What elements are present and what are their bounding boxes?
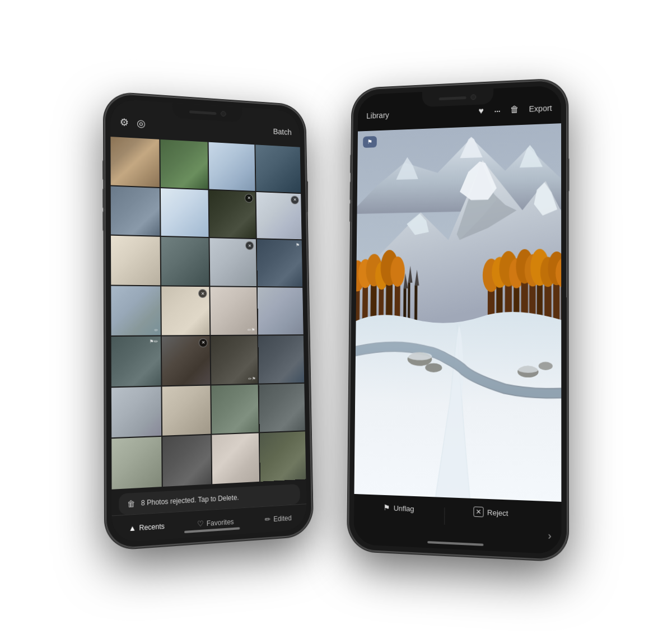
reject-badge: ✕ xyxy=(199,338,208,347)
reject-badge: ✕ xyxy=(198,289,207,298)
header-actions: ♥ ··· 🗑 Export xyxy=(479,102,552,116)
header-icons: ⚙ ◎ xyxy=(120,116,146,130)
grid-cell[interactable] xyxy=(209,142,255,191)
tab-recents-label: Recents xyxy=(139,522,164,532)
photo-grid: ✕ ✕ ✕ ⚑ ✏ xyxy=(110,137,306,490)
edit-badge: ✏ xyxy=(155,328,158,333)
batch-button[interactable]: Batch xyxy=(273,127,292,137)
grid-cell[interactable]: ⚑✏ xyxy=(111,336,161,386)
photo-flag-badge: ⚑ xyxy=(363,136,377,148)
grid-cell[interactable] xyxy=(162,435,211,487)
flag-icon: ⚑ xyxy=(367,138,373,146)
grid-cell[interactable] xyxy=(111,186,160,236)
speaker-right xyxy=(439,96,466,100)
next-button[interactable]: › xyxy=(538,509,562,554)
camera-right xyxy=(470,94,476,100)
export-button[interactable]: Export xyxy=(529,104,552,114)
unflag-button[interactable]: ⚑ Unflag xyxy=(354,502,444,515)
grid-cell[interactable] xyxy=(111,437,162,490)
trash-icon: 🗑 xyxy=(127,498,136,509)
speaker-left xyxy=(189,110,216,115)
grid-cell[interactable]: ✕ xyxy=(209,238,256,286)
recents-icon: ▲ xyxy=(129,524,137,533)
grid-cell[interactable]: ✕ xyxy=(162,336,210,385)
phone-right-screen: Library ♥ ··· 🗑 Export xyxy=(354,85,562,554)
unflag-icon: ⚑ xyxy=(383,503,390,512)
reject-icon: ✕ xyxy=(474,506,484,517)
notch-right xyxy=(422,88,493,107)
tab-recents[interactable]: ▲ Recents xyxy=(129,521,165,533)
detail-bottom-actions: ⚑ Unflag ✕ Reject › xyxy=(354,494,562,554)
grid-cell[interactable] xyxy=(260,432,306,482)
grid-cell[interactable] xyxy=(258,287,304,334)
edit-badge: ✏⚑ xyxy=(248,328,255,333)
more-icon[interactable]: ··· xyxy=(494,105,500,116)
scene: ⚙ ◎ Batch ✕ ✕ xyxy=(0,0,672,634)
tab-edited-label: Edited xyxy=(273,514,292,523)
detail-photo[interactable]: ⚑ xyxy=(354,123,561,502)
settings-icon[interactable]: ⚙ xyxy=(120,116,129,129)
camera-left xyxy=(221,111,226,116)
grid-cell[interactable] xyxy=(255,144,301,193)
phone-right: Library ♥ ··· 🗑 Export xyxy=(348,80,567,561)
grid-cell[interactable] xyxy=(211,384,259,434)
library-label[interactable]: Library xyxy=(366,111,389,120)
reject-badge: ✕ xyxy=(245,194,253,203)
chevron-right-icon: › xyxy=(548,529,551,542)
grid-cell[interactable] xyxy=(161,188,209,237)
phone-left: ⚙ ◎ Batch ✕ ✕ xyxy=(105,92,312,549)
edit-badge: ✏⚑ xyxy=(248,376,256,381)
grid-cell[interactable]: ⚑ xyxy=(257,240,302,287)
tab-favorites[interactable]: ♡ Favorites xyxy=(197,518,234,529)
reject-badge: ✕ xyxy=(245,241,254,250)
logo-icon[interactable]: ◎ xyxy=(137,117,146,130)
flag-badge: ⚑ xyxy=(296,243,300,248)
tab-edited[interactable]: ✏ Edited xyxy=(265,514,292,524)
notification-text: 8 Photos rejected. Tap to Delete. xyxy=(141,491,293,507)
tab-favorites-label: Favorites xyxy=(207,518,234,528)
reject-badge: ✕ xyxy=(291,195,299,204)
grid-cell[interactable] xyxy=(162,385,211,436)
grid-cell[interactable]: ✏⚑ xyxy=(211,335,258,384)
grid-cell[interactable] xyxy=(110,137,160,187)
grid-cell[interactable]: ✏⚑ xyxy=(210,287,257,334)
detail-view: Library ♥ ··· 🗑 Export xyxy=(354,85,562,554)
heart-icon[interactable]: ♥ xyxy=(479,106,484,116)
grid-cell[interactable] xyxy=(111,236,160,285)
grid-cell[interactable]: ✕ xyxy=(209,190,255,238)
grid-cell[interactable] xyxy=(258,335,304,383)
favorites-icon: ♡ xyxy=(197,519,204,528)
unflag-label: Unflag xyxy=(394,504,414,513)
grid-cell[interactable] xyxy=(259,383,305,432)
edited-icon: ✏ xyxy=(265,515,271,524)
flag-badge: ⚑✏ xyxy=(150,338,158,344)
grid-cell[interactable]: ✕ xyxy=(256,192,301,240)
grid-cell[interactable] xyxy=(160,139,208,189)
grid-cell[interactable] xyxy=(212,433,259,484)
grid-cell[interactable]: ✕ xyxy=(161,287,209,335)
grid-cell[interactable] xyxy=(111,386,161,437)
trash-icon[interactable]: 🗑 xyxy=(510,105,519,115)
reject-label: Reject xyxy=(487,508,508,518)
grid-view: ⚙ ◎ Batch ✕ ✕ xyxy=(110,99,307,543)
reject-button[interactable]: ✕ Reject xyxy=(445,505,538,519)
phone-left-screen: ⚙ ◎ Batch ✕ ✕ xyxy=(110,99,307,543)
grid-cell[interactable]: ✏ xyxy=(111,286,161,335)
grid-cell[interactable] xyxy=(161,237,209,286)
